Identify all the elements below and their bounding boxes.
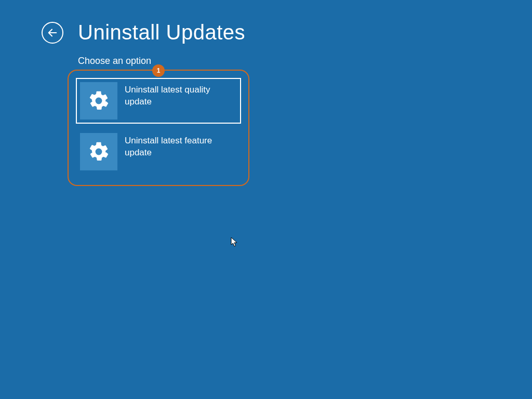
page-title: Uninstall Updates xyxy=(78,21,245,44)
back-button[interactable] xyxy=(42,22,63,44)
back-arrow-icon xyxy=(47,27,58,38)
gear-icon xyxy=(80,82,117,119)
option-label: Uninstall latest quality update xyxy=(125,82,237,108)
option-uninstall-feature-update[interactable]: Uninstall latest feature update xyxy=(76,129,241,175)
page-subtitle: Choose an option xyxy=(78,56,532,66)
gear-icon xyxy=(80,133,117,170)
mouse-cursor-icon xyxy=(231,237,238,247)
option-uninstall-quality-update[interactable]: Uninstall latest quality update xyxy=(76,78,241,124)
option-label: Uninstall latest feature update xyxy=(125,133,237,159)
options-callout-box: 1 Uninstall latest quality update Uninst… xyxy=(68,70,249,186)
callout-badge: 1 xyxy=(152,64,165,77)
